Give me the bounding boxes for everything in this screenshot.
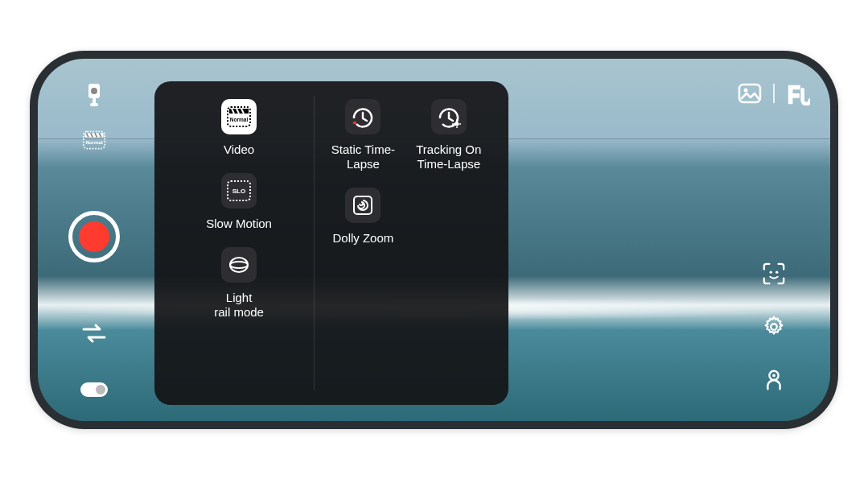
mode-label: Video bbox=[224, 142, 254, 157]
gimbal-feed-button[interactable] bbox=[82, 83, 106, 107]
svg-text:SLO: SLO bbox=[232, 188, 245, 195]
mode-label: Static Time- Lapse bbox=[331, 142, 395, 171]
mode-menu-panel: Normal Video SLO Slow Motion bbox=[154, 81, 508, 405]
tracking-timelapse-icon bbox=[431, 99, 467, 134]
slo-icon: SLO bbox=[221, 173, 257, 209]
mode-item-light-rail[interactable]: Light rail mode bbox=[172, 244, 306, 320]
svg-point-1 bbox=[91, 88, 97, 94]
static-timelapse-icon bbox=[345, 99, 381, 134]
divider bbox=[773, 84, 775, 103]
brand-logo bbox=[786, 81, 810, 105]
dolly-zoom-icon bbox=[345, 188, 381, 223]
settings-button[interactable] bbox=[762, 315, 786, 339]
svg-rect-14 bbox=[739, 85, 760, 102]
record-dot-icon bbox=[79, 221, 109, 252]
svg-point-16 bbox=[770, 270, 772, 273]
svg-text:Normal: Normal bbox=[230, 117, 249, 122]
light-rail-icon bbox=[221, 247, 257, 283]
gallery-icon bbox=[738, 83, 762, 104]
svg-point-17 bbox=[775, 270, 778, 273]
svg-rect-2 bbox=[93, 98, 96, 103]
clapper-normal-icon: Normal bbox=[82, 129, 106, 151]
svg-point-11 bbox=[230, 262, 248, 268]
face-tracking-icon bbox=[762, 262, 786, 286]
mode-selector-button[interactable]: Normal bbox=[82, 128, 106, 152]
svg-point-13 bbox=[455, 122, 459, 126]
mode-label: Light rail mode bbox=[214, 291, 264, 320]
camera-viewfinder: Normal bbox=[38, 59, 830, 421]
mode-item-dolly-zoom[interactable]: Dolly Zoom bbox=[321, 184, 405, 246]
record-button[interactable] bbox=[68, 211, 120, 262]
swap-arrows-icon bbox=[82, 324, 106, 343]
swap-camera-button[interactable] bbox=[82, 321, 106, 345]
face-tracking-button[interactable] bbox=[762, 262, 786, 286]
svg-rect-3 bbox=[90, 103, 98, 106]
feiyu-logo-icon bbox=[786, 81, 810, 105]
mode-label: Dolly Zoom bbox=[332, 231, 393, 246]
mode-item-slow-motion[interactable]: SLO Slow Motion bbox=[172, 170, 306, 231]
gear-icon bbox=[762, 314, 786, 340]
mode-item-static-timelapse[interactable]: Static Time- Lapse bbox=[321, 96, 405, 171]
gesture-icon bbox=[762, 367, 786, 393]
left-toolbar: Normal bbox=[70, 83, 118, 397]
svg-text:Normal: Normal bbox=[85, 139, 102, 145]
svg-point-10 bbox=[230, 258, 248, 272]
mode-label: Tracking On Time-Lapse bbox=[416, 142, 481, 171]
right-toolbar bbox=[750, 81, 798, 392]
mode-label: Slow Motion bbox=[206, 217, 272, 231]
svg-point-15 bbox=[744, 88, 748, 92]
mode-item-tracking-timelapse[interactable]: Tracking On Time-Lapse bbox=[407, 96, 491, 171]
gesture-control-button[interactable] bbox=[762, 368, 786, 392]
clapper-normal-icon: Normal bbox=[221, 99, 257, 134]
mode-item-video[interactable]: Normal Video bbox=[172, 96, 306, 157]
svg-point-18 bbox=[771, 324, 777, 330]
phone-frame: Normal bbox=[30, 51, 838, 429]
effects-toggle[interactable] bbox=[80, 382, 108, 397]
svg-point-20 bbox=[772, 374, 775, 377]
gimbal-icon bbox=[84, 83, 105, 107]
gallery-button[interactable] bbox=[738, 81, 762, 105]
